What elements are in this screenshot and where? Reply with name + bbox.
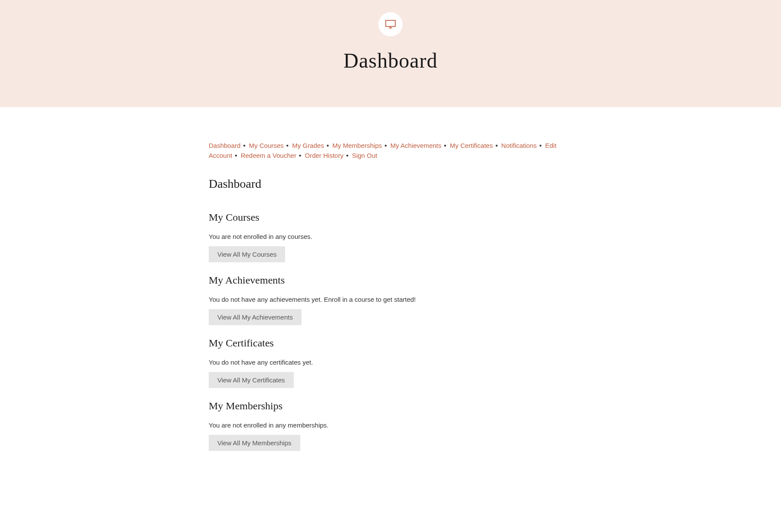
nav-my-achievements[interactable]: My Achievements	[390, 142, 442, 149]
page-title: Dashboard	[209, 177, 572, 191]
hero-title: Dashboard	[0, 49, 781, 72]
section-certificates-title: My Certificates	[209, 337, 572, 349]
nav-separator: •	[496, 142, 498, 149]
view-all-achievements-button[interactable]: View All My Achievements	[209, 309, 302, 325]
nav-my-memberships[interactable]: My Memberships	[332, 142, 382, 149]
hero-icon-wrapper	[378, 12, 403, 36]
nav-redeem-voucher[interactable]: Redeem a Voucher	[241, 152, 296, 159]
section-achievements-title: My Achievements	[209, 274, 572, 286]
section-courses-empty: You are not enrolled in any courses.	[209, 233, 572, 240]
section-certificates: My Certificates You do not have any cert…	[209, 337, 572, 388]
nav-notifications[interactable]: Notifications	[501, 142, 537, 149]
nav-separator: •	[384, 142, 387, 149]
nav-order-history[interactable]: Order History	[305, 152, 344, 159]
section-achievements-empty: You do not have any achievements yet. En…	[209, 296, 572, 303]
svg-rect-0	[386, 20, 395, 26]
dashboard-nav: Dashboard• My Courses• My Grades• My Mem…	[209, 141, 572, 160]
nav-separator: •	[243, 142, 245, 149]
section-memberships-title: My Memberships	[209, 400, 572, 412]
section-certificates-empty: You do not have any certificates yet.	[209, 359, 572, 366]
desktop-icon	[385, 20, 396, 29]
nav-separator: •	[444, 142, 446, 149]
nav-separator: •	[299, 152, 301, 159]
hero-banner: Dashboard	[0, 0, 781, 107]
section-achievements: My Achievements You do not have any achi…	[209, 274, 572, 325]
main-content: Dashboard• My Courses• My Grades• My Mem…	[209, 107, 572, 480]
section-memberships: My Memberships You are not enrolled in a…	[209, 400, 572, 451]
nav-sign-out[interactable]: Sign Out	[352, 152, 377, 159]
nav-separator: •	[539, 142, 541, 149]
nav-dashboard[interactable]: Dashboard	[209, 142, 240, 149]
view-all-courses-button[interactable]: View All My Courses	[209, 246, 285, 262]
section-memberships-empty: You are not enrolled in any memberships.	[209, 421, 572, 429]
section-courses-title: My Courses	[209, 212, 572, 223]
nav-my-certificates[interactable]: My Certificates	[450, 142, 493, 149]
nav-separator: •	[327, 142, 329, 149]
nav-my-courses[interactable]: My Courses	[249, 142, 284, 149]
nav-separator: •	[346, 152, 348, 159]
nav-my-grades[interactable]: My Grades	[292, 142, 324, 149]
nav-separator: •	[286, 142, 289, 149]
section-courses: My Courses You are not enrolled in any c…	[209, 212, 572, 262]
nav-separator: •	[235, 152, 237, 159]
view-all-memberships-button[interactable]: View All My Memberships	[209, 435, 300, 451]
view-all-certificates-button[interactable]: View All My Certificates	[209, 372, 294, 388]
